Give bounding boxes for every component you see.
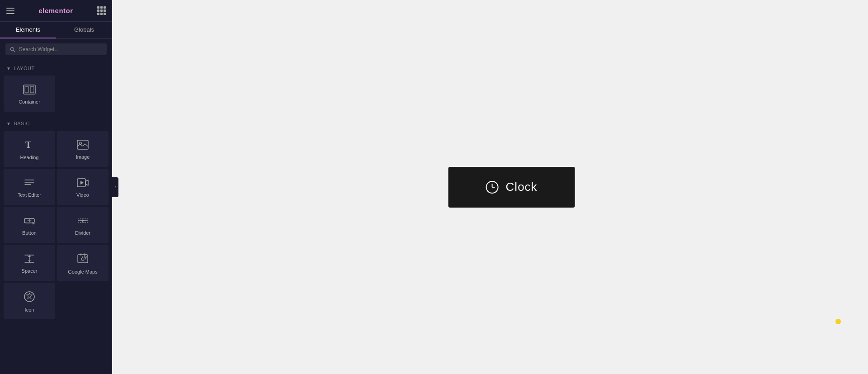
sidebar-header: elementor bbox=[0, 0, 112, 22]
search-bar bbox=[0, 39, 112, 60]
section-basic-heading: ▼ Basic bbox=[0, 115, 112, 129]
svg-rect-3 bbox=[25, 86, 28, 93]
cursor-dot bbox=[835, 319, 841, 324]
section-layout-heading: ▼ Layout bbox=[0, 60, 112, 74]
collapse-sidebar-handle[interactable]: ‹ bbox=[112, 177, 118, 197]
widget-button[interactable]: Button bbox=[4, 207, 55, 243]
layout-arrow-icon: ▼ bbox=[6, 66, 11, 71]
widget-video-label: Video bbox=[76, 192, 89, 198]
canvas-area: ‹ Clock bbox=[112, 0, 868, 374]
clock-widget-label: Clock bbox=[506, 180, 538, 194]
clock-widget: Clock bbox=[448, 167, 575, 208]
text-editor-icon bbox=[24, 178, 35, 189]
icon-widget-icon bbox=[24, 291, 35, 304]
widget-google-maps-label: Google Maps bbox=[68, 269, 97, 275]
svg-rect-6 bbox=[77, 140, 88, 149]
widget-google-maps[interactable]: Google Maps bbox=[57, 245, 108, 281]
widget-video[interactable]: Video bbox=[57, 169, 108, 205]
image-icon bbox=[77, 140, 89, 151]
basic-arrow-icon: ▼ bbox=[6, 121, 11, 126]
svg-line-1 bbox=[14, 50, 15, 52]
widget-text-editor-label: Text Editor bbox=[18, 192, 41, 198]
widget-spacer-label: Spacer bbox=[22, 268, 38, 274]
button-icon bbox=[23, 216, 36, 227]
search-input[interactable] bbox=[19, 46, 102, 52]
widget-heading-label: Heading bbox=[20, 155, 39, 160]
widget-container[interactable]: Container bbox=[4, 76, 55, 112]
grid-icon[interactable] bbox=[97, 6, 106, 15]
svg-rect-17 bbox=[81, 219, 84, 222]
svg-text:T: T bbox=[25, 140, 32, 150]
widget-container-label: Container bbox=[19, 99, 40, 104]
widget-button-label: Button bbox=[22, 230, 37, 236]
sidebar-tabs: Elements Globals bbox=[0, 22, 112, 39]
widget-divider[interactable]: Divider bbox=[57, 207, 108, 243]
widget-spacer[interactable]: Spacer bbox=[4, 245, 55, 281]
video-icon bbox=[77, 178, 89, 189]
divider-icon bbox=[77, 216, 89, 227]
clock-icon bbox=[486, 181, 499, 194]
svg-rect-21 bbox=[78, 255, 88, 263]
google-maps-icon bbox=[77, 253, 89, 266]
tab-elements[interactable]: Elements bbox=[0, 22, 56, 38]
widget-image[interactable]: Image bbox=[57, 131, 108, 167]
elementor-logo: elementor bbox=[38, 7, 73, 14]
widget-heading[interactable]: T Heading bbox=[4, 131, 55, 167]
sidebar: elementor Elements Globals ▼ Layout bbox=[0, 0, 112, 374]
svg-rect-4 bbox=[30, 86, 34, 93]
tab-globals[interactable]: Globals bbox=[56, 22, 112, 38]
widget-image-label: Image bbox=[76, 154, 90, 160]
widget-icon[interactable]: Icon bbox=[4, 283, 55, 319]
svg-point-7 bbox=[80, 142, 82, 145]
container-icon bbox=[23, 85, 36, 96]
spacer-icon bbox=[24, 254, 35, 265]
widget-text-editor[interactable]: Text Editor bbox=[4, 169, 55, 205]
hamburger-icon[interactable] bbox=[6, 8, 14, 14]
basic-widget-grid: T Heading Image bbox=[0, 129, 112, 322]
search-icon bbox=[10, 47, 15, 52]
svg-point-22 bbox=[81, 258, 84, 260]
widget-divider-label: Divider bbox=[75, 230, 90, 236]
heading-icon: T bbox=[24, 139, 35, 152]
layout-widget-grid: Container bbox=[0, 74, 112, 115]
svg-marker-12 bbox=[80, 181, 84, 185]
widget-icon-label: Icon bbox=[25, 307, 34, 312]
